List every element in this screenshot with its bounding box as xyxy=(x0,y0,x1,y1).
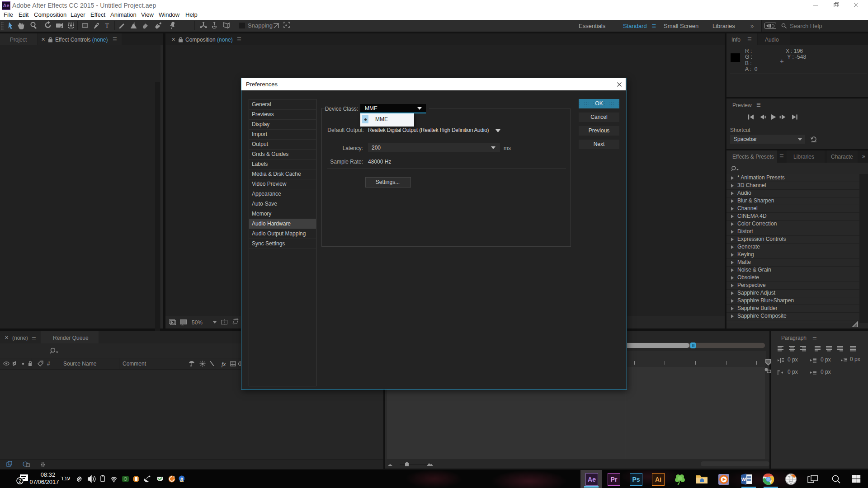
svg-text:50%: 50% xyxy=(192,319,203,326)
svg-text:2: 2 xyxy=(19,479,21,483)
svg-text:W: W xyxy=(741,477,746,482)
svg-text:Snapping: Snapping xyxy=(248,22,273,29)
svg-text:T: T xyxy=(105,22,109,29)
svg-text:fx: fx xyxy=(222,361,226,367)
